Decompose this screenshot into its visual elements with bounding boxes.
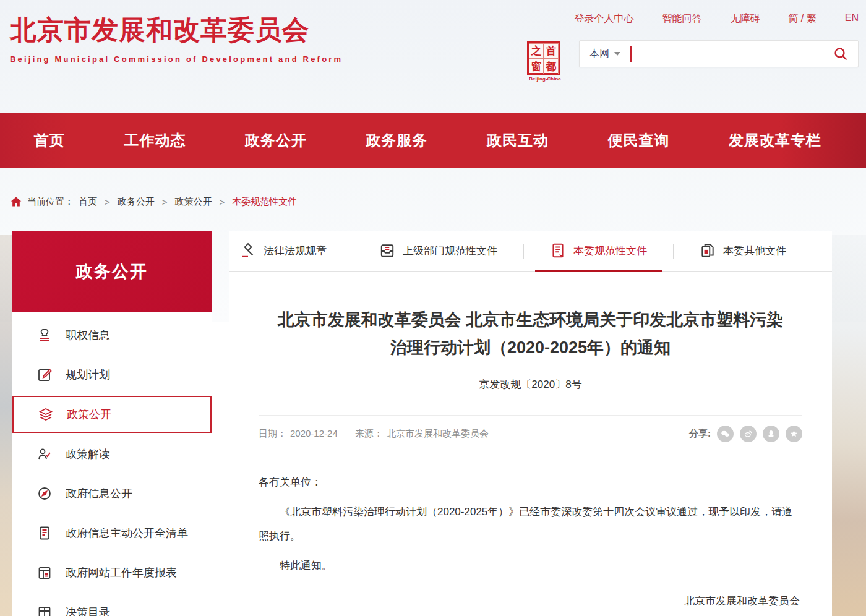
document-red-icon: [550, 242, 566, 259]
date-label: 日期：: [259, 428, 286, 438]
breadcrumb-separator: >: [220, 197, 225, 207]
tab-superior-normative-docs[interactable]: 上级部门规范性文件: [379, 231, 497, 271]
breadcrumb-policy-open[interactable]: 政策公开: [175, 196, 212, 208]
share-label: 分享:: [689, 428, 711, 440]
edit-icon: [37, 367, 52, 382]
salutation: 各有关单位：: [259, 471, 802, 494]
site-title: 北京市发展和改革委员会: [10, 12, 343, 48]
sidebar-item-policy-interpretation[interactable]: 政策解读: [12, 434, 212, 474]
sidebar-title: 政务公开: [12, 231, 212, 312]
sidebar-item-annual-report[interactable]: 政府网站工作年度报表: [12, 553, 212, 592]
layers-icon: [38, 407, 53, 422]
gavel-icon: [240, 242, 256, 259]
seal-char: 首: [544, 43, 559, 59]
sidebar: 政务公开 职权信息 规划计划: [12, 231, 212, 616]
tab-divider: [353, 244, 353, 259]
article-meta: 日期：2020-12-24 来源：北京市发展和改革委员会 分享:: [259, 415, 802, 442]
breadcrumb-home[interactable]: 首页: [79, 196, 97, 208]
home-icon[interactable]: [10, 195, 22, 208]
sidebar-item-label: 政策解读: [66, 447, 110, 461]
nav-gov-affairs-open[interactable]: 政务公开: [245, 130, 307, 150]
sidebar-item-label: 决策目录: [66, 605, 110, 616]
simplified-traditional-link[interactable]: 简 / 繁: [788, 12, 816, 25]
article-body: 各有关单位： 《北京市塑料污染治理行动计划（2020-2025年）》已经市委深改…: [259, 471, 802, 578]
nav-reform-column[interactable]: 发展改革专栏: [729, 130, 821, 150]
tab-committee-normative-docs[interactable]: 本委规范性文件: [550, 231, 647, 271]
search-bar: 本网: [579, 40, 859, 67]
breadcrumb-separator: >: [105, 197, 110, 207]
beijing-china-seal-logo[interactable]: 之 首 窗 都 Beijing-China: [527, 41, 563, 82]
paragraph: 《北京市塑料污染治理行动计划（2020-2025年）》已经市委深改委第十四次会议…: [259, 500, 802, 548]
folder-grid-icon: [37, 605, 52, 616]
report-table-icon: [37, 565, 52, 580]
nav-convenient-query[interactable]: 便民查询: [608, 130, 670, 150]
sidebar-item-label: 规划计划: [66, 367, 110, 382]
sidebar-item-label: 政策公开: [67, 407, 111, 422]
tab-laws-regulations[interactable]: 法律法规规章: [240, 231, 327, 271]
qq-share-icon[interactable]: [763, 426, 779, 442]
tab-divider: [523, 244, 524, 259]
nav-work-dynamics[interactable]: 工作动态: [124, 130, 186, 150]
site-header: 北京市发展和改革委员会 Beijing Municipal Commission…: [0, 0, 866, 113]
wechat-share-icon[interactable]: [717, 426, 734, 442]
utility-links: 登录个人中心 智能问答 无障碍 简 / 繁 EN: [506, 12, 859, 25]
main-navigation: 首页 工作动态 政务公开 政务服务 政民互动 便民查询 发展改革专栏: [0, 113, 866, 168]
file-copy-icon: [700, 242, 716, 259]
sidebar-item-proactive-disclosure-list[interactable]: 政府信息主动公开全清单: [12, 513, 212, 553]
document-icon: [37, 526, 52, 541]
breadcrumb: 当前位置： 首页 > 政务公开 > 政策公开 > 本委规范性文件: [0, 195, 866, 208]
nav-public-interaction[interactable]: 政民互动: [487, 130, 549, 150]
favorite-star-icon[interactable]: [786, 426, 802, 442]
site-logo[interactable]: 北京市发展和改革委员会 Beijing Municipal Commission…: [10, 12, 343, 64]
stamp-icon: [37, 328, 52, 343]
document-number: 京发改规〔2020〕8号: [259, 377, 802, 391]
sidebar-item-authority-info[interactable]: 职权信息: [12, 315, 212, 355]
sidebar-item-label: 政府网站工作年度报表: [66, 565, 177, 580]
nav-home[interactable]: 首页: [34, 130, 65, 150]
login-link[interactable]: 登录个人中心: [574, 12, 633, 25]
article-title: 北京市发展和改革委员会 北京市生态环境局关于印发北京市塑料污染治理行动计划（20…: [259, 306, 802, 361]
search-icon[interactable]: [833, 46, 848, 61]
breadcrumb-separator: >: [162, 197, 168, 207]
breadcrumb-current: 本委规范性文件: [232, 196, 297, 208]
source-value: 北京市发展和改革委员会: [387, 428, 489, 438]
sidebar-item-planning[interactable]: 规划计划: [12, 355, 212, 395]
sidebar-item-gov-info-open[interactable]: 政府信息公开: [12, 474, 212, 513]
date-source: 日期：2020-12-24 来源：北京市发展和改革委员会: [259, 428, 492, 440]
tab-divider: [673, 244, 674, 259]
seal-char: 都: [544, 59, 559, 74]
compass-icon: [37, 486, 52, 501]
seal-char: 之: [529, 43, 544, 59]
tab-label: 上级部门规范性文件: [403, 244, 497, 258]
share-bar: 分享:: [689, 426, 802, 442]
date-value: 2020-12-24: [290, 428, 338, 438]
tab-committee-other-docs[interactable]: 本委其他文件: [700, 231, 786, 271]
chevron-down-icon: [614, 52, 620, 56]
person-check-icon: [37, 447, 52, 461]
accessibility-link[interactable]: 无障碍: [730, 12, 760, 25]
sidebar-item-policy-open[interactable]: 政策公开: [12, 396, 212, 433]
article: 北京市发展和改革委员会 北京市生态环境局关于印发北京市塑料污染治理行动计划（20…: [229, 306, 832, 608]
breadcrumb-gov-open[interactable]: 政务公开: [118, 196, 155, 208]
english-link[interactable]: EN: [845, 12, 859, 25]
inbox-icon: [379, 242, 395, 259]
weibo-share-icon[interactable]: [740, 426, 757, 442]
signature: 北京市发展和改革委员会: [259, 594, 802, 608]
nav-gov-services[interactable]: 政务服务: [366, 130, 428, 150]
breadcrumb-label: 当前位置：: [27, 196, 74, 208]
content-panel: 法律法规规章 上级部门规范性文件: [229, 231, 832, 616]
search-input[interactable]: [632, 41, 833, 67]
seal-icon: 之 首 窗 都: [527, 41, 560, 75]
sidebar-item-decision-directory[interactable]: 决策目录: [12, 592, 212, 616]
tab-label: 法律法规规章: [264, 244, 327, 258]
seal-char: 窗: [529, 59, 544, 74]
sidebar-item-label: 政府信息主动公开全清单: [66, 526, 188, 541]
document-tabs: 法律法规规章 上级部门规范性文件: [229, 231, 832, 272]
paragraph: 特此通知。: [259, 554, 802, 578]
tab-label: 本委其他文件: [723, 244, 786, 258]
search-scope-label: 本网: [589, 48, 609, 61]
smart-qa-link[interactable]: 智能问答: [662, 12, 701, 25]
search-scope-dropdown[interactable]: 本网: [589, 48, 620, 61]
sidebar-item-label: 职权信息: [66, 328, 110, 343]
source-label: 来源：: [355, 428, 383, 438]
